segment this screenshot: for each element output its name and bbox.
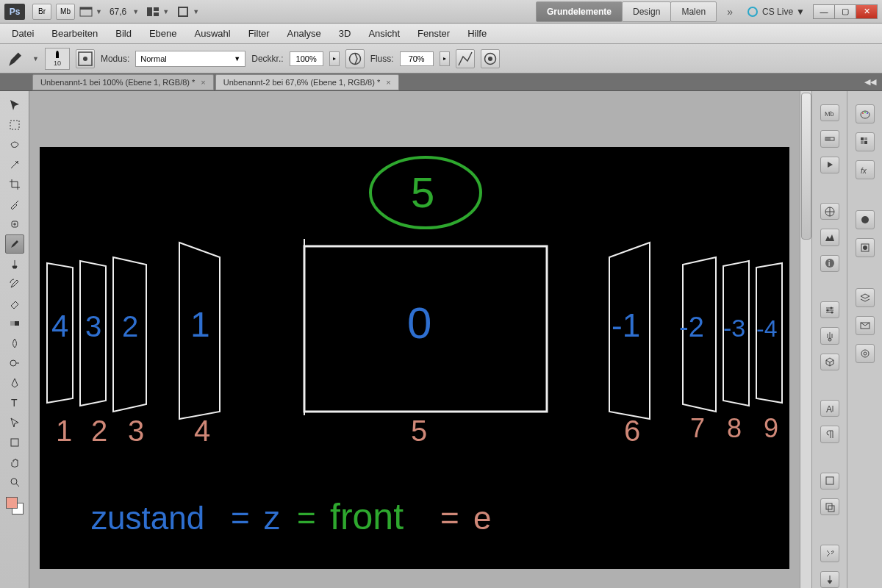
menu-datei[interactable]: Datei bbox=[3, 25, 43, 42]
healing-tool[interactable] bbox=[5, 215, 24, 234]
maximize-button[interactable]: ▢ bbox=[834, 4, 856, 19]
3d-panel-icon[interactable] bbox=[820, 354, 839, 370]
brush-panel-button[interactable] bbox=[76, 49, 95, 68]
svg-text:i: i bbox=[828, 259, 830, 268]
masks-panel-icon[interactable] bbox=[820, 327, 839, 344]
close-tab-icon[interactable]: × bbox=[386, 78, 390, 87]
screen-mode-dropdown[interactable]: ▼ bbox=[79, 7, 102, 17]
svg-text:=: = bbox=[297, 500, 316, 536]
flow-input[interactable] bbox=[400, 51, 434, 66]
svg-rect-15 bbox=[10, 321, 15, 326]
opacity-input[interactable] bbox=[290, 51, 323, 66]
svg-text:=: = bbox=[231, 500, 250, 536]
info-panel-icon[interactable]: i bbox=[820, 255, 839, 272]
eraser-tool[interactable] bbox=[5, 294, 24, 313]
svg-point-19 bbox=[11, 478, 17, 484]
workspace-tab-design[interactable]: Design bbox=[622, 1, 671, 22]
workspace-more-button[interactable]: » bbox=[721, 6, 739, 18]
menu-auswahl[interactable]: Auswahl bbox=[186, 25, 240, 42]
menu-bild[interactable]: Bild bbox=[107, 25, 140, 42]
center-number: 0 bbox=[407, 298, 431, 348]
wand-tool[interactable] bbox=[5, 155, 24, 174]
history-brush-tool[interactable] bbox=[5, 274, 24, 293]
brushpresets-panel-icon[interactable] bbox=[856, 238, 875, 257]
arrange-dropdown[interactable]: ▼ bbox=[146, 7, 169, 17]
eyedropper-tool[interactable] bbox=[5, 195, 24, 214]
document-tab[interactable]: Unbenannt-1 bei 100% (Ebene 1, RGB/8) * … bbox=[32, 74, 214, 90]
stamp-tool[interactable] bbox=[5, 254, 24, 273]
brush-preview-dropdown[interactable]: 10 bbox=[45, 48, 70, 70]
animation-panel-icon[interactable] bbox=[820, 157, 839, 173]
tool-preset-arrow-icon[interactable]: ▼ bbox=[32, 55, 39, 62]
path-select-tool[interactable] bbox=[5, 413, 24, 432]
window-controls: — ▢ ✕ bbox=[814, 4, 878, 19]
marquee-tool[interactable] bbox=[5, 115, 24, 135]
foreground-color-swatch[interactable] bbox=[6, 497, 18, 509]
close-button[interactable]: ✕ bbox=[856, 4, 878, 19]
menu-analyse[interactable]: Analyse bbox=[279, 25, 330, 42]
menu-fenster[interactable]: Fenster bbox=[409, 25, 459, 42]
zoom-dropdown[interactable]: 67,6 ▼ bbox=[110, 7, 139, 17]
close-tab-icon[interactable]: × bbox=[201, 78, 205, 87]
gradient-tool[interactable] bbox=[5, 314, 24, 333]
navigator-panel-icon[interactable] bbox=[820, 203, 839, 220]
minimize-button[interactable]: — bbox=[813, 4, 835, 19]
blend-mode-value: Normal bbox=[140, 54, 166, 63]
cslive-dropdown[interactable]: CS Live ▼ bbox=[747, 7, 805, 17]
opacity-pressure-button[interactable] bbox=[345, 49, 365, 68]
zoom-tool[interactable] bbox=[5, 473, 24, 492]
dodge-tool[interactable] bbox=[5, 354, 24, 373]
histogram-panel-icon[interactable] bbox=[820, 229, 839, 245]
lasso-tool[interactable] bbox=[5, 135, 24, 154]
blur-tool[interactable] bbox=[5, 334, 24, 353]
document-mode-dropdown[interactable]: ▼ bbox=[176, 7, 199, 17]
minibridge-launcher-button[interactable]: Mb bbox=[56, 4, 75, 20]
character-panel-icon[interactable]: A bbox=[820, 400, 839, 417]
clone-panel-icon[interactable] bbox=[820, 498, 839, 515]
tools-panel-icon[interactable] bbox=[820, 545, 839, 562]
flow-stepper[interactable]: ▸ bbox=[440, 51, 450, 66]
canvas[interactable]: 5 0 4 3 2 1 bbox=[40, 147, 789, 569]
vertical-scrollbar[interactable] bbox=[800, 91, 811, 588]
size-pressure-button[interactable] bbox=[481, 49, 500, 68]
brush-tool[interactable] bbox=[5, 234, 24, 254]
brushes-panel-icon[interactable] bbox=[856, 210, 875, 229]
minibridge-panel-icon[interactable]: Mb bbox=[820, 104, 839, 121]
scrollbar-thumb[interactable] bbox=[801, 93, 811, 240]
styles-panel-icon[interactable]: fx bbox=[856, 160, 875, 179]
blend-mode-select[interactable]: Normal ▼ bbox=[135, 51, 245, 67]
channels-panel-icon[interactable] bbox=[856, 316, 875, 335]
paths-panel-icon[interactable] bbox=[856, 344, 875, 363]
layercomps-panel-icon[interactable] bbox=[820, 473, 839, 490]
move-tool[interactable] bbox=[5, 96, 24, 115]
menu-filter[interactable]: Filter bbox=[240, 25, 279, 42]
color-panel-icon[interactable] bbox=[856, 104, 875, 123]
airbrush-button[interactable] bbox=[456, 49, 475, 68]
svg-text:7: 7 bbox=[690, 413, 705, 443]
paragraph-panel-icon[interactable] bbox=[820, 426, 839, 442]
swatches-panel-icon[interactable] bbox=[856, 132, 875, 151]
hand-tool[interactable] bbox=[5, 453, 24, 472]
crop-tool[interactable] bbox=[5, 175, 24, 194]
workspace-tab-grundelemente[interactable]: Grundelemente bbox=[536, 1, 623, 22]
collapse-panels-icon[interactable]: ◀◀ bbox=[860, 77, 882, 87]
pen-tool[interactable] bbox=[5, 373, 24, 392]
ruler-panel-icon[interactable] bbox=[820, 130, 839, 147]
menu-bearbeiten[interactable]: Bearbeiten bbox=[43, 25, 107, 42]
actions-panel-icon[interactable] bbox=[820, 571, 839, 588]
menu-ebene[interactable]: Ebene bbox=[140, 25, 186, 42]
type-tool[interactable]: T bbox=[5, 393, 24, 412]
color-swatches[interactable] bbox=[4, 497, 25, 514]
current-tool-icon[interactable] bbox=[6, 49, 26, 69]
workspace-tab-malen[interactable]: Malen bbox=[670, 1, 717, 22]
bridge-launcher-button[interactable]: Br bbox=[32, 4, 51, 20]
adjustments-panel-icon[interactable] bbox=[820, 301, 839, 318]
shape-tool[interactable] bbox=[5, 433, 24, 452]
opacity-stepper[interactable]: ▸ bbox=[329, 51, 340, 66]
layers-panel-icon[interactable] bbox=[856, 288, 875, 307]
menu-hilfe[interactable]: Hilfe bbox=[459, 25, 495, 42]
menu-ansicht[interactable]: Ansicht bbox=[359, 25, 409, 42]
panel-column-1: Mb i A bbox=[811, 91, 847, 588]
document-tab[interactable]: Unbenannt-2 bei 67,6% (Ebene 1, RGB/8) *… bbox=[215, 74, 399, 90]
menu-3d[interactable]: 3D bbox=[330, 25, 360, 42]
